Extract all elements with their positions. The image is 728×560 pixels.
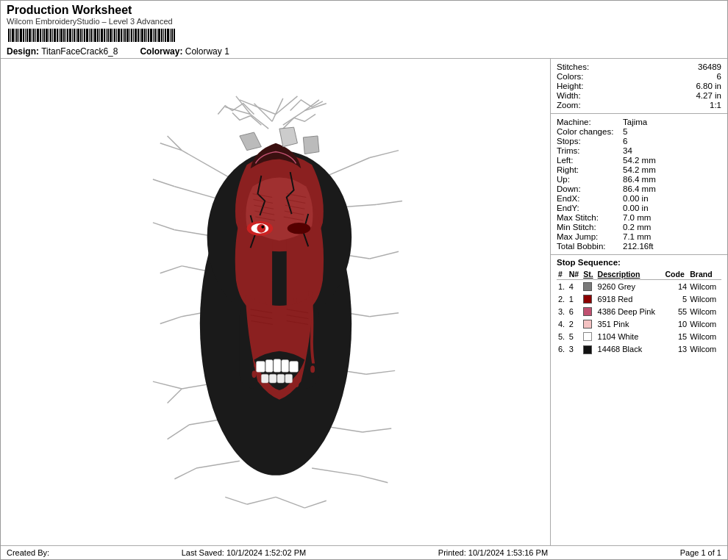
svg-line-109 [369, 151, 398, 158]
svg-rect-139 [265, 360, 273, 373]
down-label: Down: [557, 184, 623, 193]
stop-table: # N# St. Description Code Brand 1. 4 926… [557, 269, 721, 356]
svg-rect-63 [140, 29, 140, 42]
max-jump-label: Max Jump: [557, 232, 623, 241]
table-row: 2. 1 6918 Red 5 Wilcom [557, 292, 721, 305]
svg-rect-16 [40, 29, 41, 42]
machine-label: Machine: [557, 118, 623, 126]
top-stats: Stitches: 36489 Colors: 6 Height: 6.80 i… [551, 59, 727, 114]
header: Production Worksheet Wilcom EmbroiderySt… [1, 1, 727, 59]
svg-rect-68 [150, 29, 152, 42]
min-stitch-label: Min Stitch: [557, 223, 623, 231]
svg-line-120 [312, 468, 359, 475]
row-st-desc: 351 Pink [596, 317, 664, 330]
height-value: 6.80 in [696, 82, 721, 90]
row-st-desc: 14468 Black [596, 342, 664, 355]
min-stitch-value: 0.2 mm [623, 223, 651, 231]
svg-line-96 [152, 223, 174, 230]
svg-rect-37 [84, 29, 85, 42]
total-bobbin-value: 212.16ft [623, 242, 654, 251]
svg-rect-24 [57, 29, 58, 42]
svg-line-89 [304, 100, 319, 111]
svg-line-100 [160, 317, 181, 324]
svg-rect-20 [49, 29, 49, 42]
svg-rect-41 [93, 29, 93, 42]
zoom-row: Zoom: 1:1 [557, 101, 721, 110]
zoom-label: Zoom: [557, 101, 581, 110]
info-panel: Stitches: 36489 Colors: 6 Height: 6.80 i… [551, 59, 727, 545]
svg-rect-48 [107, 29, 109, 42]
printed: Printed: 10/1/2024 1:53:16 PM [438, 548, 548, 557]
left-value: 54.2 mm [623, 156, 656, 165]
svg-rect-67 [148, 29, 149, 42]
stop-sequence: Stop Sequence: # N# St. Description Code… [551, 255, 727, 359]
svg-rect-40 [90, 29, 92, 42]
svg-line-124 [276, 497, 304, 508]
svg-rect-144 [269, 374, 276, 383]
svg-line-94 [152, 179, 174, 187]
svg-rect-52 [116, 29, 117, 42]
svg-rect-21 [50, 29, 51, 42]
svg-rect-140 [274, 359, 281, 373]
svg-rect-5 [16, 29, 18, 42]
row-brand: Wilcom [688, 280, 721, 293]
row-brand: Wilcom [688, 342, 721, 355]
row-swatch [582, 342, 596, 355]
svg-rect-50 [113, 29, 113, 42]
colors-label: Colors: [557, 72, 583, 81]
row-swatch [582, 305, 596, 317]
row-code: 55 [663, 305, 688, 317]
max-jump-value: 7.1 mm [623, 232, 651, 241]
svg-rect-27 [63, 29, 65, 42]
svg-rect-143 [261, 374, 268, 383]
row-st-desc: 4386 Deep Pink [596, 305, 664, 317]
svg-line-105 [167, 425, 188, 439]
svg-rect-54 [121, 29, 122, 42]
stitches-label: Stitches: [557, 62, 589, 71]
row-num: 3. [557, 305, 568, 317]
svg-line-107 [174, 468, 196, 479]
stops-label: Stops: [557, 137, 623, 146]
svg-line-103 [167, 389, 182, 403]
row-n: 1 [568, 292, 582, 305]
svg-rect-141 [281, 360, 288, 373]
row-brand: Wilcom [688, 305, 721, 317]
svg-line-102 [152, 381, 181, 389]
svg-rect-31 [72, 29, 73, 42]
row-brand: Wilcom [688, 330, 721, 342]
page-title: Production Worksheet [7, 4, 229, 17]
svg-rect-77 [170, 29, 171, 42]
svg-rect-62 [138, 29, 139, 42]
design-info: Design: TitanFaceCrack6_8 Colorway: Colo… [7, 46, 229, 57]
svg-rect-59 [131, 29, 132, 42]
row-code: 5 [663, 292, 688, 305]
svg-rect-60 [133, 29, 134, 42]
color-swatch [583, 295, 592, 304]
svg-rect-56 [124, 29, 126, 42]
svg-line-106 [196, 461, 239, 468]
barcode-image [7, 29, 176, 45]
row-code: 13 [663, 342, 688, 355]
row-code: 15 [663, 330, 688, 342]
svg-rect-11 [29, 29, 31, 42]
svg-rect-47 [106, 29, 107, 42]
svg-rect-78 [171, 29, 173, 42]
svg-rect-76 [167, 29, 169, 42]
up-label: Up: [557, 175, 623, 184]
svg-rect-19 [46, 29, 48, 42]
svg-line-123 [225, 497, 246, 504]
color-swatch [583, 307, 592, 316]
svg-rect-42 [94, 29, 96, 42]
svg-rect-22 [52, 29, 53, 42]
down-value: 86.4 mm [623, 184, 656, 193]
svg-rect-58 [129, 29, 130, 42]
right-value: 54.2 mm [623, 165, 656, 174]
table-row: 3. 6 4386 Deep Pink 55 Wilcom [557, 305, 721, 317]
svg-rect-46 [104, 29, 105, 42]
col-n: N# [568, 269, 582, 280]
col-desc: Description [596, 269, 664, 280]
svg-line-113 [369, 251, 398, 259]
created-by: Created By: [7, 548, 49, 557]
svg-rect-6 [18, 29, 19, 42]
width-row: Width: 4.27 in [557, 91, 721, 100]
